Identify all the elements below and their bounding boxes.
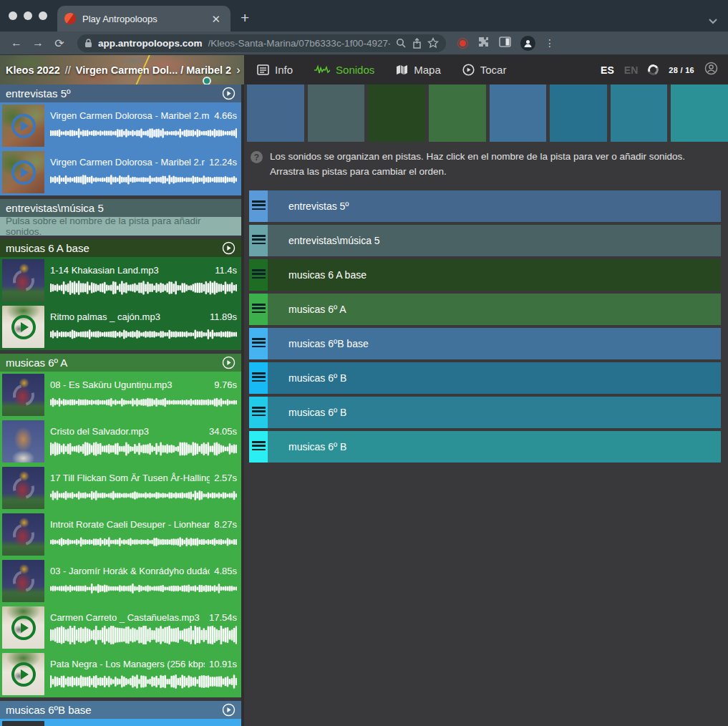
track-name-button[interactable]: musicas 6º B (268, 362, 721, 394)
clip-thumbnail[interactable] (2, 513, 44, 556)
section-header[interactable]: musicas 6º A (0, 354, 241, 372)
track-name-button[interactable]: musicas 6º B (268, 397, 721, 428)
track-drag-handle[interactable] (249, 328, 268, 359)
clip-item[interactable]: Introit Rorate Caeli Desuper - Lionheart… (0, 511, 241, 558)
track-row[interactable]: musicas 6º A (249, 294, 721, 325)
clip-thumbnail[interactable] (2, 374, 44, 416)
clip-item[interactable]: Ritmo palmas _ cajón.mp311.89s (0, 304, 241, 350)
tab-mapa[interactable]: Mapa (396, 64, 441, 76)
profile-avatar[interactable] (520, 36, 535, 51)
track-row[interactable]: musicas 6º B (249, 397, 721, 428)
track-drag-handle[interactable] (249, 190, 268, 222)
forward-button[interactable]: → (29, 37, 47, 49)
track-name-button[interactable]: musicas 6 A base (268, 259, 721, 291)
macos-traffic-lights[interactable] (0, 0, 57, 32)
clip-play-icon[interactable] (11, 616, 36, 640)
breadcrumb-path[interactable]: Virgen Carmen Dol... / Maribel 2 (76, 64, 231, 76)
account-icon[interactable] (704, 62, 718, 78)
minimize-window-button[interactable] (24, 11, 32, 20)
track-color-swatch[interactable] (368, 84, 425, 142)
clip-item[interactable]: Virgen Carmen Dolorosa - Maribel 2.mp312… (0, 149, 241, 195)
clip-item[interactable]: Cristo del Salvador.mp334.05s (0, 418, 241, 465)
section-header[interactable]: entrevistas\música 5 (0, 199, 241, 217)
side-panel-icon[interactable] (499, 37, 511, 50)
close-window-button[interactable] (9, 11, 17, 20)
clip-play-icon[interactable] (11, 315, 36, 339)
share-icon[interactable] (412, 38, 422, 49)
track-name-button[interactable]: entrevistas 5º (268, 190, 721, 222)
track-name-button[interactable]: musicas 6º B (268, 431, 721, 463)
track-row[interactable]: musicas 6ºB base (249, 328, 721, 359)
track-drag-handle[interactable] (249, 259, 268, 291)
clip-item[interactable]: 17 Till Flickan Som Är Tusen År-Halling … (0, 465, 241, 511)
clip-item[interactable]: Virgen Carmen Dolorosa - Maribel 2.mp34.… (0, 102, 241, 149)
breadcrumb-project[interactable]: Kleos 2022 (6, 64, 60, 76)
tab-search-chevron-icon[interactable] (708, 18, 718, 24)
clip-thumbnail[interactable] (2, 259, 44, 301)
puzzle-extensions-icon[interactable] (477, 36, 490, 51)
zoom-window-button[interactable] (39, 11, 47, 20)
track-drag-handle[interactable] (249, 294, 268, 325)
tab-tocar[interactable]: Tocar (462, 64, 507, 76)
clip-play-icon[interactable] (11, 114, 36, 138)
clip-thumbnail[interactable] (2, 151, 44, 193)
track-drag-handle[interactable] (249, 225, 268, 256)
track-name-button[interactable]: musicas 6ºB base (268, 328, 721, 359)
clip-item[interactable]: Pata Negra - Los Managers (256 kbps).mp3… (0, 651, 241, 697)
track-row[interactable]: musicas 6 A base (249, 259, 721, 291)
clip-play-icon[interactable] (11, 662, 36, 687)
tab-close-icon[interactable]: ✕ (208, 12, 223, 26)
section-play-icon[interactable] (222, 703, 236, 717)
back-button[interactable]: ← (7, 37, 26, 49)
address-bar[interactable]: app.antropoloops.com /Kleos-Santa-Marina… (77, 34, 446, 52)
clip-item[interactable]: 08 - Es Sakūru Uguntiņu.mp39.76s (0, 372, 241, 418)
lang-es[interactable]: ES (601, 64, 614, 76)
track-color-swatch[interactable] (490, 84, 547, 142)
section-play-icon[interactable] (222, 356, 236, 369)
track-drag-handle[interactable] (249, 397, 268, 428)
section-header[interactable]: musicas 6 A base (0, 239, 241, 257)
tab-info[interactable]: Info (257, 64, 293, 76)
browser-menu-icon[interactable]: ⋮ (545, 37, 555, 49)
browser-tab[interactable]: Play Antropoloops ✕ (57, 6, 230, 32)
section-header[interactable]: entrevistas 5º (0, 84, 241, 102)
track-row[interactable]: entrevistas 5º (249, 190, 721, 222)
track-name-button[interactable]: musicas 6º A (268, 294, 721, 325)
lang-en[interactable]: EN (624, 64, 638, 76)
track-name-button[interactable]: entrevistas\música 5 (268, 225, 721, 256)
clip-item[interactable]: 03 - Jaromír Horák & Konrádyho dudácká .… (0, 558, 241, 604)
clip-thumbnail[interactable] (2, 653, 44, 695)
clip-thumbnail[interactable] (2, 721, 44, 726)
track-color-swatch[interactable] (247, 84, 304, 142)
track-row[interactable]: musicas 6º B (249, 431, 721, 463)
track-color-swatch[interactable] (550, 84, 607, 142)
new-tab-button[interactable]: + (241, 9, 249, 26)
clip-item[interactable]: BASE Pata Negra - Los Managers3.77s (0, 719, 241, 726)
section-header[interactable]: musicas 6ºB base (0, 701, 241, 719)
track-color-swatch[interactable] (308, 84, 365, 142)
clip-thumbnail[interactable] (2, 420, 44, 463)
clip-thumbnail[interactable] (2, 606, 44, 649)
clips-sidebar[interactable]: entrevistas 5ºVirgen Carmen Dolorosa - M… (0, 84, 244, 726)
zoom-page-icon[interactable] (396, 38, 407, 49)
record-extension-icon[interactable] (457, 38, 468, 49)
track-row[interactable]: musicas 6º B (249, 362, 721, 394)
clip-thumbnail[interactable] (2, 105, 44, 147)
track-color-swatch[interactable] (429, 84, 486, 142)
track-drag-handle[interactable] (249, 362, 268, 394)
clip-item[interactable]: Carmen Carreto _ Castañuelas.mp317.54s (0, 604, 241, 651)
clip-play-icon[interactable] (11, 160, 36, 185)
section-play-icon[interactable] (222, 241, 236, 255)
track-color-swatch[interactable] (611, 84, 668, 142)
clip-thumbnail[interactable] (2, 467, 44, 509)
track-row[interactable]: entrevistas\música 5 (249, 225, 721, 256)
track-color-swatch[interactable] (671, 84, 728, 142)
clip-item[interactable]: 1-14 Khakasian Land.mp311.4s (0, 257, 241, 304)
breadcrumb[interactable]: Kleos 2022 // Virgen Carmen Dol... / Mar… (0, 55, 244, 84)
section-play-icon[interactable] (222, 87, 236, 100)
reload-button[interactable]: ⟳ (50, 37, 69, 50)
bookmark-star-icon[interactable] (427, 37, 439, 49)
clip-thumbnail[interactable] (2, 560, 44, 602)
clip-thumbnail[interactable] (2, 306, 44, 348)
tab-sonidos[interactable]: Sonidos (314, 64, 374, 76)
